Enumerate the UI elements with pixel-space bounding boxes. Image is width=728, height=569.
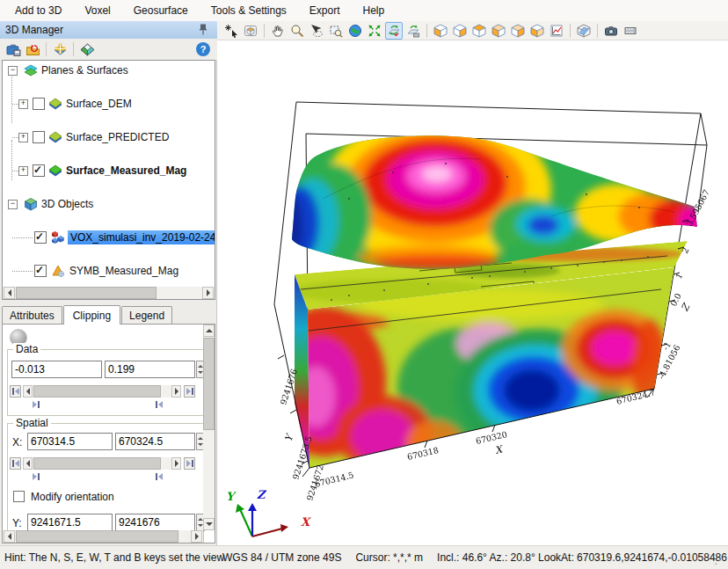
scroll-right-button[interactable] (202, 287, 214, 299)
tree-row-3d-objects[interactable]: − 3D Objects (3, 196, 215, 213)
add-to-3d-icon[interactable] (51, 40, 69, 58)
slider-track[interactable] (23, 385, 181, 398)
lasso-select-icon[interactable] (308, 22, 325, 40)
slider-max-button[interactable] (184, 457, 195, 470)
tree-row-planes-surfaces[interactable]: − Planes & Surfaces (3, 62, 215, 79)
slider-min-button[interactable] (10, 457, 21, 470)
reposition-crosshair-icon[interactable] (222, 22, 240, 40)
x-max-input[interactable] (115, 433, 195, 450)
x-min-input[interactable] (27, 433, 113, 450)
tree-item-label[interactable]: Surface_Measured_Mag (66, 164, 186, 177)
refresh-planes-on-icon[interactable] (385, 22, 403, 40)
resize-grip[interactable]: ⋰ (714, 553, 725, 566)
slider-track[interactable] (23, 457, 181, 470)
expand-icon[interactable]: + (18, 166, 28, 176)
scroll-thumb[interactable] (33, 457, 161, 470)
view-cube-top-icon[interactable] (470, 22, 488, 40)
visibility-checkbox[interactable] (34, 231, 47, 244)
plot-axes-cube-icon[interactable] (548, 22, 565, 40)
menu-help[interactable]: Help (352, 1, 397, 20)
data-range-min-handle[interactable] (33, 399, 40, 410)
tab-attributes[interactable]: Attributes (2, 306, 62, 324)
reload-3d-icon[interactable] (24, 40, 41, 58)
clipping-vscrollbar[interactable] (203, 325, 215, 530)
view-cube-front-icon[interactable] (490, 22, 507, 40)
scroll-right-button[interactable] (191, 530, 202, 543)
tree-item-label[interactable]: Surface_DEM (66, 98, 132, 110)
tree-row-vox[interactable]: VOX_simulasi_inv_2019-02-24_16- (3, 230, 215, 246)
fit-to-extents-icon[interactable] (366, 22, 383, 40)
collapse-icon[interactable]: − (8, 66, 18, 76)
data-slider[interactable] (8, 385, 205, 398)
zoom-window-icon[interactable] (327, 22, 345, 40)
tree-row-surface-predicted[interactable]: + Surface_PREDICTED (3, 129, 215, 146)
zoom-magnifier-icon[interactable] (288, 22, 306, 40)
visibility-checkbox[interactable] (33, 164, 45, 177)
tree-row-symb[interactable]: SYMB_Measured_Mag (3, 263, 215, 280)
scroll-thumb[interactable] (33, 385, 161, 398)
data-group-label: Data (13, 343, 40, 355)
menu-tools-settings[interactable]: Tools & Settings (200, 1, 298, 20)
menu-voxel[interactable]: Voxel (73, 1, 121, 20)
view-cube-left-icon[interactable] (432, 22, 449, 40)
pin-icon[interactable] (198, 23, 208, 38)
movie-film-icon[interactable] (622, 22, 639, 40)
visibility-checkbox[interactable] (34, 265, 47, 277)
snapshot-camera-icon[interactable] (602, 22, 620, 40)
scroll-left-button[interactable] (23, 457, 33, 470)
tree-hscrollbar[interactable] (3, 287, 215, 299)
3d-viewport[interactable]: 670314.5 670318 670320 X 670324.7 924167… (217, 40, 728, 545)
y-max-input[interactable] (115, 514, 195, 531)
menu-export[interactable]: Export (298, 1, 352, 20)
x-range-min-handle[interactable] (33, 471, 40, 482)
tree-item-label[interactable]: SYMB_Measured_Mag (69, 265, 178, 277)
symbols-icon (51, 264, 65, 278)
help-icon[interactable] (196, 42, 210, 56)
clipping-hscrollbar[interactable] (3, 530, 203, 543)
visibility-checkbox[interactable] (33, 131, 45, 143)
linked-views-icon[interactable] (242, 22, 259, 40)
refresh-planes-off-icon[interactable] (404, 22, 422, 40)
scroll-left-button[interactable] (23, 385, 33, 398)
data-range-max-handle[interactable] (156, 399, 163, 410)
expand-icon[interactable]: + (18, 99, 28, 109)
view-cube-right-icon[interactable] (451, 22, 469, 40)
scroll-thumb[interactable] (16, 530, 178, 543)
slider-max-button[interactable] (184, 385, 195, 398)
y-min-input[interactable] (27, 514, 113, 531)
modify-orientation-checkbox[interactable] (13, 491, 25, 502)
scroll-down-button[interactable] (203, 518, 215, 530)
scroll-left-button[interactable] (4, 530, 15, 543)
tree-item-label[interactable]: Surface_PREDICTED (66, 131, 169, 143)
menu-geosurface[interactable]: Geosurface (122, 1, 200, 20)
scroll-right-button[interactable] (171, 385, 181, 398)
tree-row-surface-dem[interactable]: + Surface_DEM (3, 96, 215, 113)
tree-row-surface-measured-mag[interactable]: + Surface_Measured_Mag (3, 163, 215, 179)
x-range-max-handle[interactable] (156, 471, 163, 482)
scroll-thumb[interactable] (203, 338, 215, 430)
data-max-input[interactable] (105, 361, 195, 378)
menu-add-to-3d[interactable]: Add to 3D (4, 1, 73, 20)
visibility-checkbox[interactable] (33, 98, 45, 110)
view-cube-bottom-icon[interactable] (528, 22, 546, 40)
globe-icon[interactable] (346, 22, 364, 40)
tree-group-label[interactable]: 3D Objects (41, 198, 93, 210)
expand-icon[interactable]: + (18, 133, 28, 142)
slider-min-button[interactable] (10, 385, 21, 398)
view-cube-back-icon[interactable] (509, 22, 527, 40)
scroll-up-button[interactable] (203, 325, 215, 337)
tree-item-label-selected[interactable]: VOX_simulasi_inv_2019-02-24_16- (68, 230, 215, 244)
open-3d-file-icon[interactable] (4, 40, 22, 58)
pan-hand-icon[interactable] (269, 22, 287, 40)
x-slider[interactable] (8, 457, 205, 470)
tab-clipping[interactable]: Clipping (63, 305, 120, 325)
tab-legend[interactable]: Legend (121, 306, 172, 324)
collapse-icon[interactable]: − (8, 200, 18, 209)
geosurface-new-icon[interactable] (78, 40, 96, 58)
tree-group-label[interactable]: Planes & Surfaces (41, 64, 128, 77)
clip-plane-icon[interactable] (575, 22, 593, 40)
scroll-right-button[interactable] (171, 457, 181, 470)
data-min-input[interactable] (11, 361, 102, 378)
scroll-thumb[interactable] (16, 287, 157, 299)
scroll-left-button[interactable] (4, 287, 15, 299)
